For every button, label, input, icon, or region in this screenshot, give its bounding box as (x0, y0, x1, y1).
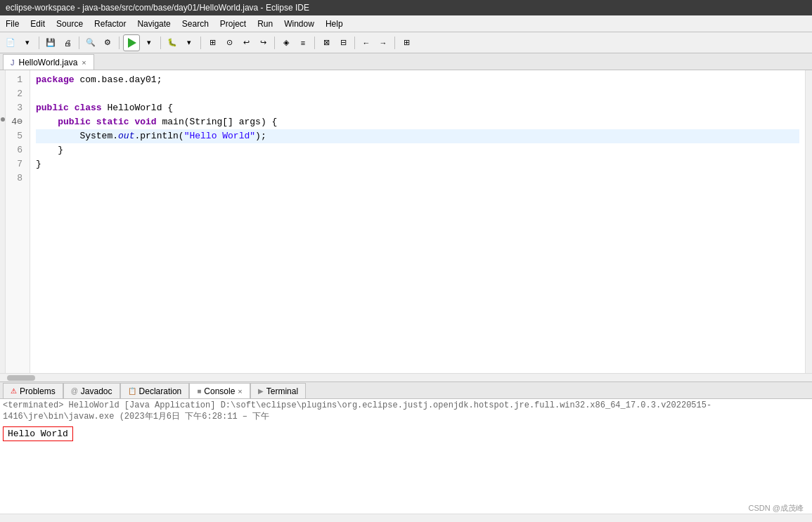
toolbar-sep-8 (354, 37, 355, 49)
editor-tab-close[interactable]: × (82, 58, 86, 67)
menu-help[interactable]: Help (320, 17, 349, 31)
new-button[interactable]: 📄 (3, 35, 18, 51)
tab-declaration-label: Declaration (139, 386, 182, 396)
console-icon: ■ (197, 387, 201, 395)
toolbar-sep-2 (79, 37, 79, 49)
tab-declaration[interactable]: 📋 Declaration (120, 383, 190, 398)
menu-source[interactable]: Source (51, 17, 89, 31)
menu-file[interactable]: File (0, 17, 25, 31)
menu-window[interactable]: Window (278, 17, 320, 31)
code-line-7: } (36, 157, 799, 171)
kw-static: static (96, 115, 129, 129)
title-text: eclipse-workspace - java-base/src/com/ba… (6, 3, 309, 13)
toolbar-btn-h[interactable]: ⊟ (335, 35, 351, 51)
tab-problems-label: Problems (20, 386, 56, 396)
menu-refactor[interactable]: Refactor (89, 17, 131, 31)
perspective-btn[interactable]: ⊞ (399, 35, 414, 51)
toolbar-sep-1 (39, 37, 39, 49)
editor-body: 1 2 3 4⊖ 5 6 7 8 package com.base.day01;… (0, 70, 812, 373)
toolbar-dropdown[interactable]: ▾ (20, 35, 35, 51)
menu-project[interactable]: Project (214, 17, 252, 31)
terminal-icon: ▶ (258, 387, 264, 395)
line-num-6: 6 (6, 143, 27, 157)
console-area: <terminated> HelloWorld [Java Applicatio… (0, 399, 812, 514)
space-3 (129, 115, 135, 129)
tab-terminal[interactable]: ▶ Terminal (250, 383, 306, 398)
line-num-8: 8 (6, 171, 27, 185)
close-class: } (36, 157, 41, 171)
fwd-button[interactable]: → (375, 35, 391, 51)
toolbar-btn-f[interactable]: ≡ (295, 35, 311, 51)
bottom-panel: ⚠ Problems @ Javadoc 📋 Declaration ■ Con… (0, 381, 812, 522)
title-bar: eclipse-workspace - java-base/src/com/ba… (0, 0, 812, 15)
back-button[interactable]: ← (359, 35, 374, 51)
toolbar-btn-c[interactable]: ↩ (238, 35, 254, 51)
field-out: out (118, 129, 134, 143)
line-num-3: 3 (6, 101, 27, 115)
tab-console[interactable]: ■ Console × (189, 383, 250, 398)
indent-2: System. (36, 129, 118, 143)
kw-package: package (36, 73, 75, 87)
string-hello: "Hello World" (184, 129, 255, 143)
menu-edit[interactable]: Edit (25, 17, 51, 31)
debug-dropdown[interactable]: ▾ (181, 35, 197, 51)
space-1 (69, 101, 75, 115)
run-dropdown[interactable]: ▾ (141, 35, 157, 51)
class-name: HelloWorld { (102, 101, 173, 115)
line-num-4: 4⊖ (6, 115, 27, 129)
code-line-6: } (36, 143, 799, 157)
console-tab-close[interactable]: × (238, 387, 242, 396)
tab-javadoc[interactable]: @ Javadoc (63, 383, 120, 398)
bottom-tab-bar: ⚠ Problems @ Javadoc 📋 Declaration ■ Con… (0, 382, 812, 399)
bottom-scrollbar[interactable] (0, 514, 812, 522)
kw-public-1: public (36, 101, 69, 115)
indent-1 (36, 115, 58, 129)
code-line-2 (36, 87, 799, 101)
search-btn[interactable]: 🔍 (83, 35, 98, 51)
console-terminated-line: <terminated> HelloWorld [Java Applicatio… (3, 400, 809, 422)
java-file-icon: J (11, 58, 15, 67)
tab-problems[interactable]: ⚠ Problems (3, 383, 63, 398)
toolbar-sep-3 (119, 37, 120, 49)
package-name: com.base.day01; (75, 73, 162, 87)
toolbar: 📄 ▾ 💾 🖨 🔍 ⚙ ▾ 🐛 ▾ ⊞ ⊙ ↩ ↪ ◈ ≡ ⊠ ⊟ ← → ⊞ (0, 32, 812, 53)
run-triangle-icon (128, 38, 136, 48)
toolbar-btn-g[interactable]: ⊠ (318, 35, 334, 51)
line-num-2: 2 (6, 87, 27, 101)
code-line-8 (36, 171, 799, 185)
menu-run[interactable]: Run (252, 17, 278, 31)
toolbar-btn-d[interactable]: ↪ (255, 35, 271, 51)
editor-tab-helloworld[interactable]: J HelloWorld.java × (3, 54, 94, 70)
run-button[interactable] (123, 34, 140, 51)
menu-navigate[interactable]: Navigate (131, 17, 176, 31)
toolbar-btn-b[interactable]: ⊙ (221, 35, 237, 51)
declaration-icon: 📋 (128, 387, 136, 395)
menu-search[interactable]: Search (176, 17, 214, 31)
fold-indicator (1, 117, 5, 122)
editor-scrollbar[interactable] (805, 70, 812, 373)
toolbar-btn-e[interactable]: ◈ (278, 35, 294, 51)
kw-public-2: public (58, 115, 91, 129)
toolbar-sep-5 (200, 37, 201, 49)
editor-hscrollbar[interactable] (0, 373, 812, 381)
save-button[interactable]: 💾 (43, 35, 58, 51)
print-button[interactable]: 🖨 (60, 35, 75, 51)
code-editor[interactable]: package com.base.day01; public class Hel… (30, 70, 805, 373)
console-output: Hello World (3, 426, 73, 441)
kw-class: class (75, 101, 102, 115)
editor-tab-bar: J HelloWorld.java × (0, 53, 812, 70)
tool-btn-5[interactable]: ⚙ (100, 35, 115, 51)
debug-button[interactable]: 🐛 (165, 35, 180, 51)
toolbar-btn-a[interactable]: ⊞ (205, 35, 220, 51)
line-number-gutter: 1 2 3 4⊖ 5 6 7 8 (6, 70, 30, 373)
dot-println: .println( (134, 129, 183, 143)
toolbar-sep-4 (160, 37, 161, 49)
hscroll-thumb[interactable] (7, 375, 35, 381)
line-num-5: 5 (6, 129, 27, 143)
watermark: CSDN @成茂峰 (749, 503, 804, 514)
line-num-7: 7 (6, 157, 27, 171)
indent-3: } (36, 143, 63, 157)
toolbar-sep-6 (274, 37, 275, 49)
tab-javadoc-label: Javadoc (81, 386, 112, 396)
breakpoint-gutter (0, 70, 6, 373)
